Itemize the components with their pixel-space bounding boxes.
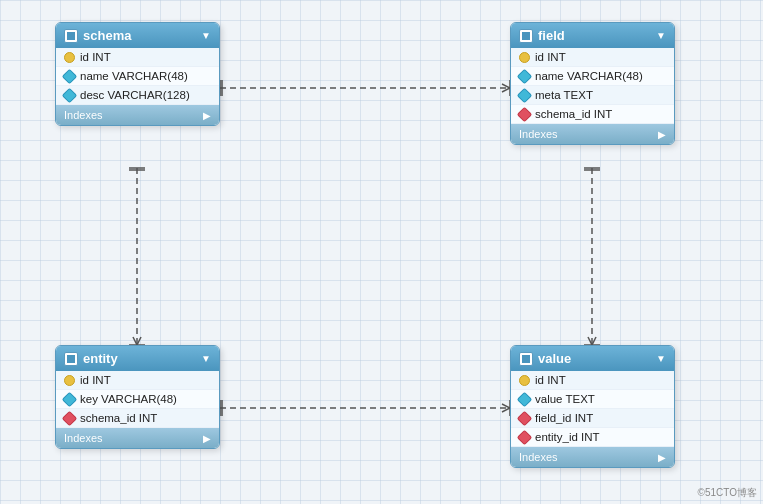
diamond-icon [62, 391, 78, 407]
diamond-icon [517, 68, 533, 84]
entity-table-header[interactable]: entity ▼ [56, 346, 219, 371]
diamond-red-icon [517, 429, 533, 445]
svg-line-22 [502, 404, 510, 408]
field-indexes-arrow: ▶ [658, 129, 666, 140]
svg-line-23 [502, 408, 510, 412]
diamond-red-icon [62, 410, 78, 426]
entity-indexes[interactable]: Indexes ▶ [56, 428, 219, 448]
field-schema-id-text: schema_id INT [535, 108, 612, 120]
entity-table-icon [64, 352, 78, 366]
entity-field-schema-id: schema_id INT [56, 409, 219, 428]
schema-field-name: name VARCHAR(48) [56, 67, 219, 86]
key-icon [519, 52, 530, 63]
field-table: field ▼ id INT name VARCHAR(48) meta TEX… [510, 22, 675, 145]
schema-desc-text: desc VARCHAR(128) [80, 89, 190, 101]
field-field-schema-id: schema_id INT [511, 105, 674, 124]
schema-indexes-arrow: ▶ [203, 110, 211, 121]
entity-field-key: key VARCHAR(48) [56, 390, 219, 409]
value-table-name: value [538, 351, 571, 366]
schema-indexes[interactable]: Indexes ▶ [56, 105, 219, 125]
value-table-header[interactable]: value ▼ [511, 346, 674, 371]
svg-line-16 [588, 337, 592, 345]
value-field-value: value TEXT [511, 390, 674, 409]
value-indexes-arrow: ▶ [658, 452, 666, 463]
schema-field-desc: desc VARCHAR(128) [56, 86, 219, 105]
field-table-header[interactable]: field ▼ [511, 23, 674, 48]
field-field-name: name VARCHAR(48) [511, 67, 674, 86]
field-table-icon [519, 29, 533, 43]
field-name-text: name VARCHAR(48) [535, 70, 643, 82]
diamond-icon [517, 87, 533, 103]
svg-line-5 [502, 88, 510, 92]
value-value-text: value TEXT [535, 393, 595, 405]
schema-table-header[interactable]: schema ▼ [56, 23, 219, 48]
diamond-icon [62, 87, 78, 103]
field-indexes-label: Indexes [519, 128, 558, 140]
value-field-field-id: field_id INT [511, 409, 674, 428]
field-meta-text: meta TEXT [535, 89, 593, 101]
schema-indexes-label: Indexes [64, 109, 103, 121]
field-table-name: field [538, 28, 565, 43]
entity-schema-id-text: schema_id INT [80, 412, 157, 424]
value-table-icon [519, 352, 533, 366]
value-dropdown-arrow[interactable]: ▼ [656, 353, 666, 364]
schema-table: schema ▼ id INT name VARCHAR(48) desc VA… [55, 22, 220, 126]
schema-table-icon [64, 29, 78, 43]
value-entity-id-text: entity_id INT [535, 431, 600, 443]
entity-dropdown-arrow[interactable]: ▼ [201, 353, 211, 364]
value-field-entity-id: entity_id INT [511, 428, 674, 447]
svg-line-11 [137, 337, 141, 345]
key-icon [64, 375, 75, 386]
diamond-icon [517, 391, 533, 407]
entity-indexes-arrow: ▶ [203, 433, 211, 444]
value-indexes[interactable]: Indexes ▶ [511, 447, 674, 467]
field-indexes[interactable]: Indexes ▶ [511, 124, 674, 144]
key-icon [64, 52, 75, 63]
field-field-id: id INT [511, 48, 674, 67]
diamond-red-icon [517, 106, 533, 122]
entity-id-text: id INT [80, 374, 111, 386]
field-id-text: id INT [535, 51, 566, 63]
schema-name-text: name VARCHAR(48) [80, 70, 188, 82]
svg-line-4 [502, 84, 510, 88]
schema-dropdown-arrow[interactable]: ▼ [201, 30, 211, 41]
watermark: ©51CTO博客 [698, 486, 757, 500]
field-dropdown-arrow[interactable]: ▼ [656, 30, 666, 41]
value-indexes-label: Indexes [519, 451, 558, 463]
key-icon [519, 375, 530, 386]
schema-id-text: id INT [80, 51, 111, 63]
entity-indexes-label: Indexes [64, 432, 103, 444]
svg-line-17 [592, 337, 596, 345]
value-field-id-text: field_id INT [535, 412, 593, 424]
field-field-meta: meta TEXT [511, 86, 674, 105]
value-field-id: id INT [511, 371, 674, 390]
value-table: value ▼ id INT value TEXT field_id INT e… [510, 345, 675, 468]
diamond-red-icon [517, 410, 533, 426]
svg-line-10 [133, 337, 137, 345]
schema-field-id: id INT [56, 48, 219, 67]
diamond-icon [62, 68, 78, 84]
schema-table-name: schema [83, 28, 131, 43]
entity-table: entity ▼ id INT key VARCHAR(48) schema_i… [55, 345, 220, 449]
value-id-text: id INT [535, 374, 566, 386]
entity-field-id: id INT [56, 371, 219, 390]
entity-key-text: key VARCHAR(48) [80, 393, 177, 405]
entity-table-name: entity [83, 351, 118, 366]
